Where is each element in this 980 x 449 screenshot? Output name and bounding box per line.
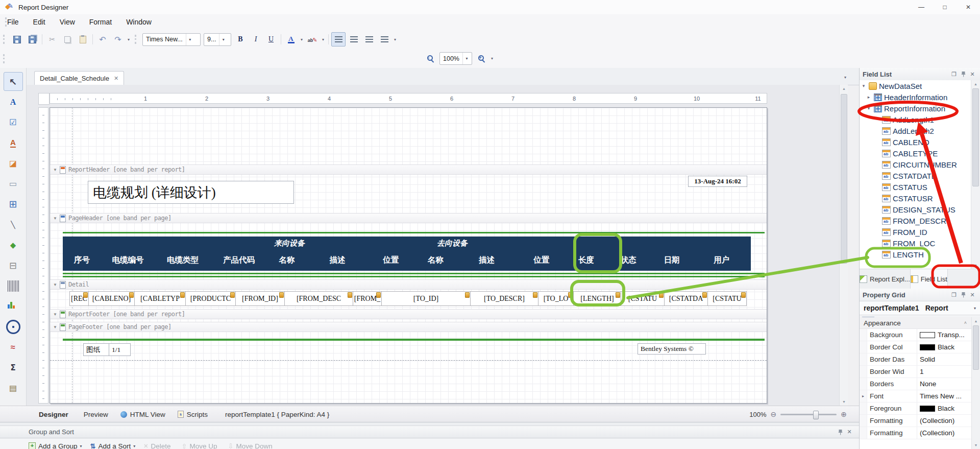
toolbox-item[interactable] — [4, 297, 23, 316]
toolbox-item[interactable] — [4, 379, 23, 397]
zoom-out-button[interactable]: - — [423, 52, 437, 66]
expander-icon[interactable]: ▾ — [866, 106, 872, 111]
group-sort-button[interactable]: Add a Sort ▾ — [90, 442, 136, 449]
property-row[interactable]: ▸ Font Times New ... — [860, 390, 980, 403]
field-list-node[interactable]: AddLength1 — [860, 114, 980, 125]
scrollbar-thumb[interactable] — [841, 94, 847, 264]
align-left-button[interactable] — [331, 32, 346, 46]
scrollbar-thumb[interactable] — [972, 88, 979, 186]
header-cell[interactable]: 产品代码 — [211, 250, 267, 271]
chevron-down-icon[interactable]: ▾ — [186, 34, 194, 45]
expander-icon[interactable]: ▸ — [866, 94, 872, 100]
property-value[interactable]: Transp... — [917, 329, 980, 341]
property-value[interactable]: (Collection) — [917, 427, 980, 439]
layout-tool-button[interactable] — [408, 52, 422, 66]
band-collapse-icon[interactable]: ▼ — [53, 325, 57, 329]
toolbox-item[interactable] — [4, 195, 23, 214]
menu-item[interactable]: Format — [82, 14, 119, 30]
detail-field-cell[interactable]: [CSTATU — [708, 292, 746, 305]
green-line[interactable] — [63, 339, 765, 341]
group-sort-button[interactable]: Move Down — [228, 442, 275, 449]
font-color-button[interactable] — [284, 32, 298, 46]
property-row[interactable]: Backgroun Transp... — [860, 329, 980, 341]
layout-tool-button[interactable] — [301, 52, 315, 66]
menu-item[interactable]: Window — [119, 14, 159, 30]
layout-tool-button[interactable] — [239, 52, 254, 66]
toolbox-item[interactable] — [4, 235, 23, 254]
layout-tool-button[interactable] — [377, 52, 391, 66]
group-sort-button[interactable]: Delete — [143, 442, 173, 449]
close-icon[interactable]: ✕ — [968, 69, 977, 79]
toolbox-item[interactable] — [4, 154, 23, 173]
group-sort-button[interactable]: Move Up — [182, 442, 220, 449]
property-value[interactable]: Black — [917, 341, 980, 353]
align-right-button[interactable] — [362, 32, 376, 46]
detail-field-cell[interactable]: [LENGTH] — [574, 292, 621, 305]
property-row[interactable]: Foregroun Black — [860, 403, 980, 415]
font-size-combo[interactable]: 9... ▾ — [204, 33, 231, 46]
zoom-slider-thumb[interactable] — [813, 411, 819, 419]
band-collapse-icon[interactable]: ▼ — [53, 312, 57, 317]
view-tab[interactable]: Preview — [75, 406, 114, 422]
group-from-label[interactable]: 来向设备 — [274, 239, 305, 248]
field-list-node[interactable]: AddLength2 — [860, 125, 980, 136]
property-row[interactable]: Formatting (Collection) — [860, 415, 980, 427]
menu-item[interactable]: File — [0, 14, 26, 30]
property-value[interactable]: Black — [917, 403, 980, 414]
detail-field-cell[interactable]: [TO_LO — [538, 292, 574, 305]
header-cell[interactable]: 长度 — [567, 250, 605, 271]
band-collapse-icon[interactable]: ▼ — [53, 216, 57, 221]
layout-tool-button[interactable] — [316, 52, 330, 66]
expander-icon[interactable] — [860, 329, 867, 341]
copy-button[interactable] — [60, 32, 75, 46]
layout-tool-button[interactable] — [86, 52, 101, 66]
detail-field-cell[interactable]: [FROM_ — [353, 292, 382, 305]
field-list-node[interactable]: FROM_DESCR — [860, 215, 980, 226]
scroll-down-icon[interactable]: ▼ — [840, 398, 848, 406]
font-name-combo[interactable]: Times New... ▾ — [142, 33, 201, 46]
field-list-node[interactable]: ▾ ReportInformation — [860, 103, 980, 114]
undo-button[interactable] — [95, 32, 110, 46]
field-list-node[interactable]: CSTATUS — [860, 181, 980, 193]
green-line[interactable] — [63, 232, 765, 233]
close-icon[interactable]: ✕ — [968, 290, 977, 299]
property-value[interactable]: None — [917, 378, 980, 390]
toolbox-item[interactable] — [4, 358, 23, 377]
zoom-slider[interactable] — [780, 414, 837, 415]
copyright-textbox[interactable]: Bentley Systems © — [638, 343, 706, 355]
layout-tool-button[interactable] — [163, 52, 177, 66]
collapse-icon[interactable]: ˄ — [964, 320, 967, 325]
property-value[interactable]: 1 — [917, 366, 980, 377]
view-tab[interactable]: HTML View — [114, 406, 172, 422]
view-tab[interactable]: Designer — [30, 406, 75, 422]
layout-tool-button[interactable] — [56, 52, 70, 66]
toolbox-item[interactable] — [4, 256, 23, 275]
font-color-dropdown[interactable]: ▾ — [299, 37, 305, 42]
field-list-scrollbar[interactable]: ▲ ▼ — [971, 80, 980, 269]
layout-tool-button[interactable] — [148, 52, 162, 66]
property-value[interactable]: Solid — [917, 353, 980, 365]
band-report-footer[interactable]: ▼ ReportFooter [one band per report] — [50, 309, 767, 319]
paste-button[interactable] — [76, 32, 90, 46]
expander-icon[interactable]: ▾ — [861, 83, 867, 88]
toolbar-overflow-button[interactable]: ▾ — [126, 37, 132, 42]
toolbox-item[interactable] — [4, 338, 23, 357]
property-value[interactable]: Times New ... — [917, 390, 980, 402]
document-tab[interactable]: Detail_Cable_Schedule ✕ — [34, 71, 124, 85]
layout-tool-button[interactable] — [331, 52, 346, 66]
band-collapse-icon[interactable]: ▼ — [53, 168, 57, 172]
redo-button[interactable] — [111, 32, 125, 46]
zoom-in-button[interactable]: + — [474, 52, 488, 66]
property-grid-scrollbar[interactable]: ▲ ▼ — [971, 317, 980, 449]
view-tab[interactable]: Scripts — [172, 406, 214, 422]
toolbox-item[interactable] — [4, 133, 23, 152]
align-center-button[interactable] — [347, 32, 361, 46]
zoom-in-icon[interactable]: ⊕ — [841, 410, 847, 418]
expander-icon[interactable] — [860, 403, 867, 414]
scroll-up-icon[interactable]: ▲ — [972, 317, 980, 325]
close-icon[interactable]: ✕ — [845, 428, 854, 437]
field-list-node[interactable]: DESIGN_STATUS — [860, 204, 980, 215]
maximize-button[interactable]: □ — [933, 0, 957, 14]
layout-tool-button[interactable] — [224, 52, 238, 66]
detail-field-cell[interactable]: [TO_ID] — [382, 292, 471, 305]
